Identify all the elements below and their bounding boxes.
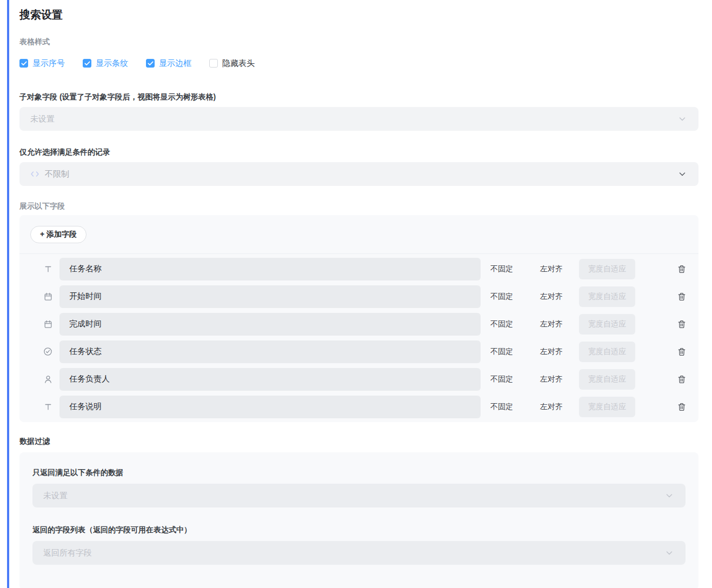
table-style-options: 显示序号 显示条纹 显示边框 隐藏表头: [19, 58, 698, 69]
field-fixed-select[interactable]: 不固定: [490, 264, 513, 274]
checkbox-label: 隐藏表头: [222, 59, 255, 68]
text-icon: [43, 264, 52, 273]
panel-accent-bar: [7, 0, 9, 588]
checkbox[interactable]: [83, 59, 91, 68]
field-name-input[interactable]: [59, 258, 481, 280]
table-style-checkbox-item[interactable]: 隐藏表头: [209, 59, 255, 68]
child-object-field-select: 未设置: [19, 107, 698, 131]
field-fixed-select[interactable]: 不固定: [490, 319, 513, 329]
field-fixed-select[interactable]: 不固定: [490, 292, 513, 302]
field-align-select[interactable]: 左对齐: [540, 264, 563, 274]
table-style-checkbox-item[interactable]: 显示序号: [19, 59, 65, 68]
field-width-input: 宽度自适应: [579, 369, 635, 390]
record-condition-value: 不限制: [45, 169, 69, 179]
chevron-down-icon: [678, 115, 687, 123]
text-icon: [43, 402, 52, 411]
data-filter-label: 数据过滤: [19, 436, 698, 446]
checkbox[interactable]: [19, 59, 28, 68]
chevron-down-icon: [678, 170, 687, 178]
field-name-input[interactable]: [59, 396, 481, 418]
field-align-select[interactable]: 左对齐: [540, 375, 563, 384]
field-list: 不固定 左对齐 宽度自适应 不固定 左对齐 宽度自适应 不固定 左对齐 宽度自适…: [19, 254, 698, 422]
return-fields-label: 返回的字段列表（返回的字段可用在表达式中）: [32, 525, 686, 534]
field-name-input[interactable]: [59, 285, 481, 308]
field-align-select[interactable]: 左对齐: [540, 319, 563, 329]
code-icon: [30, 170, 39, 178]
add-field-button[interactable]: + 添加字段: [30, 226, 86, 243]
field-row: 不固定 左对齐 宽度自适应: [19, 255, 698, 283]
field-fixed-select[interactable]: 不固定: [490, 402, 513, 412]
return-fields-select: 返回所有字段: [32, 541, 686, 565]
field-width-input: 宽度自适应: [579, 314, 635, 335]
field-list-header: + 添加字段: [19, 215, 698, 254]
data-filter-card: 只返回满足以下条件的数据 未设置 返回的字段列表（返回的字段可用在表达式中） 返…: [19, 452, 698, 588]
field-width-input: 宽度自适应: [579, 397, 635, 417]
trash-icon[interactable]: [677, 319, 687, 329]
record-condition-select[interactable]: 不限制: [19, 162, 698, 186]
filter-condition-select: 未设置: [32, 484, 686, 507]
calendar-icon: [43, 319, 52, 329]
page-title: 搜索设置: [19, 6, 698, 23]
table-style-checkbox-item[interactable]: 显示边框: [146, 59, 191, 68]
field-list-panel: + 添加字段 不固定 左对齐 宽度自适应 不固定 左对齐 宽度自适应 不固定 左…: [19, 215, 698, 422]
field-width-input: 宽度自适应: [579, 342, 635, 362]
record-condition-label: 仅允许选择满足条件的记录: [19, 147, 698, 157]
trash-icon[interactable]: [677, 292, 687, 302]
checkbox-label: 显示条纹: [96, 59, 128, 68]
calendar-icon: [43, 292, 52, 301]
field-width-input: 宽度自适应: [579, 286, 635, 307]
field-name-input[interactable]: [59, 313, 481, 336]
child-object-field-label: 子对象字段 (设置了子对象字段后，视图将显示为树形表格): [19, 92, 698, 102]
display-fields-label: 展示以下字段: [19, 201, 698, 211]
user-icon: [43, 375, 52, 384]
trash-icon[interactable]: [677, 347, 687, 357]
filter-condition-label: 只返回满足以下条件的数据: [32, 467, 686, 477]
check-circle-icon: [43, 347, 52, 356]
field-row: 不固定 左对齐 宽度自适应: [19, 393, 698, 420]
field-align-select[interactable]: 左对齐: [540, 402, 563, 412]
field-fixed-select[interactable]: 不固定: [490, 375, 513, 384]
trash-icon[interactable]: [677, 264, 687, 274]
checkbox[interactable]: [146, 59, 155, 68]
field-row: 不固定 左对齐 宽度自适应: [19, 283, 698, 310]
field-name-input[interactable]: [59, 368, 481, 391]
chevron-down-icon: [665, 491, 674, 500]
field-align-select[interactable]: 左对齐: [540, 292, 563, 302]
checkbox-label: 显示序号: [32, 59, 65, 68]
chevron-down-icon: [665, 549, 674, 557]
trash-icon[interactable]: [677, 402, 687, 412]
table-style-label: 表格样式: [19, 37, 698, 46]
checkbox-label: 显示边框: [159, 59, 191, 68]
field-row: 不固定 左对齐 宽度自适应: [19, 365, 698, 393]
field-align-select[interactable]: 左对齐: [540, 347, 563, 357]
search-settings-panel: 搜索设置 表格样式 显示序号 显示条纹 显示边框 隐藏表头 子对象字段 (设置了…: [19, 0, 698, 588]
checkbox[interactable]: [209, 59, 218, 68]
field-row: 不固定 左对齐 宽度自适应: [19, 338, 698, 365]
field-width-input: 宽度自适应: [579, 259, 635, 279]
filter-condition-value: 未设置: [43, 491, 68, 501]
child-object-field-value: 未设置: [30, 114, 55, 124]
return-fields-value: 返回所有字段: [43, 548, 92, 558]
table-style-checkbox-item[interactable]: 显示条纹: [83, 59, 128, 68]
field-name-input[interactable]: [59, 340, 481, 363]
field-fixed-select[interactable]: 不固定: [490, 347, 513, 357]
trash-icon[interactable]: [677, 375, 687, 384]
field-row: 不固定 左对齐 宽度自适应: [19, 310, 698, 338]
